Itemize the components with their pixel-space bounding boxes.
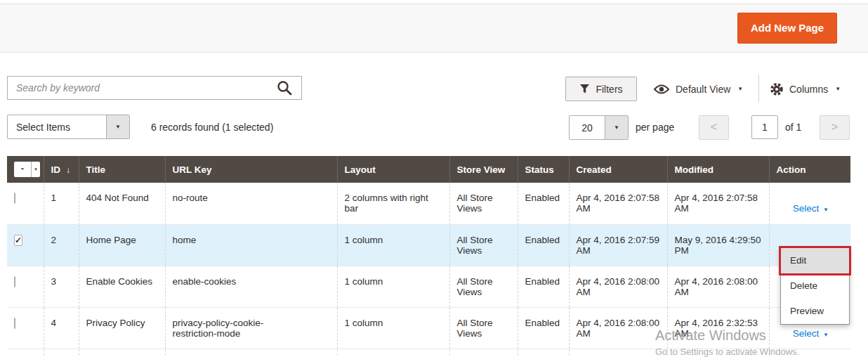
caret-down-icon: ▼ bbox=[737, 86, 743, 92]
cell-id: 3 bbox=[44, 266, 79, 307]
view-label: Default View bbox=[676, 84, 730, 95]
table-row: 3 Enable Cookies enable-cookies 1 column… bbox=[7, 266, 850, 307]
current-page-input[interactable] bbox=[751, 115, 778, 139]
table-header-row: - ▼ ID↓ Title URL Key Layout Store View … bbox=[7, 156, 850, 183]
table-row: 1 404 Not Found no-route 2 columns with … bbox=[7, 183, 850, 224]
empty-cell bbox=[337, 349, 449, 357]
cell-modified: May 9, 2016 4:29:50 PM bbox=[667, 224, 769, 266]
cell-url-key: privacy-policy-cookie- restriction-mode bbox=[165, 307, 337, 349]
caret-down-icon[interactable]: ▼ bbox=[31, 162, 40, 177]
row-select-cell: ✓ bbox=[7, 224, 44, 266]
cell-id: 4 bbox=[44, 307, 79, 349]
cell-action: Select ▼ bbox=[769, 183, 850, 224]
column-header-status[interactable]: Status bbox=[518, 156, 569, 183]
empty-cell bbox=[7, 349, 44, 357]
caret-down-icon: ▼ bbox=[823, 332, 829, 338]
caret-down-icon[interactable]: ▼ bbox=[106, 115, 129, 138]
empty-cell bbox=[44, 349, 79, 357]
cell-url-key: no-route bbox=[165, 183, 337, 224]
cell-store-view: All Store Views bbox=[449, 266, 518, 307]
page-count-label: of 1 bbox=[785, 122, 801, 133]
row-checkbox[interactable] bbox=[14, 276, 15, 287]
cell-store-view: All Store Views bbox=[449, 307, 518, 349]
cell-title: 404 Not Found bbox=[79, 183, 165, 224]
column-header-layout[interactable]: Layout bbox=[337, 156, 449, 183]
row-checkbox[interactable] bbox=[14, 193, 15, 204]
column-header-store-view[interactable]: Store View bbox=[449, 156, 518, 183]
row-select-action-link[interactable]: Select ▼ bbox=[793, 328, 829, 339]
select-label: Select bbox=[793, 203, 820, 214]
column-header-id[interactable]: ID↓ bbox=[44, 156, 79, 183]
add-new-page-button[interactable]: Add New Page bbox=[737, 13, 837, 44]
column-header-modified[interactable]: Modified bbox=[667, 156, 769, 183]
filters-button[interactable]: Filters bbox=[565, 77, 637, 101]
table-row-partial bbox=[7, 349, 850, 357]
menu-item-edit[interactable]: Edit bbox=[781, 248, 849, 273]
row-checkbox-checked[interactable]: ✓ bbox=[14, 235, 22, 246]
menu-item-delete[interactable]: Delete bbox=[781, 273, 849, 299]
cell-created: Apr 4, 2016 2:07:58 AM bbox=[569, 183, 667, 224]
cell-id: 1 bbox=[44, 183, 79, 224]
cell-status: Enabled bbox=[518, 224, 569, 266]
select-label: Select bbox=[793, 328, 820, 339]
empty-cell bbox=[165, 349, 337, 357]
cell-created: Apr 4, 2016 2:07:59 AM bbox=[569, 224, 667, 266]
row-checkbox[interactable] bbox=[14, 318, 15, 329]
empty-cell bbox=[667, 349, 769, 357]
funnel-icon bbox=[579, 84, 590, 94]
default-view-control[interactable]: Default View ▼ bbox=[653, 77, 743, 101]
cell-url-key: enable-cookies bbox=[165, 266, 337, 307]
cell-created: Apr 4, 2016 2:08:00 AM bbox=[569, 266, 667, 307]
sort-descending-icon: ↓ bbox=[66, 165, 70, 175]
row-select-action-link[interactable]: Select ▼ bbox=[793, 203, 829, 214]
caret-down-icon[interactable]: ▼ bbox=[605, 116, 628, 139]
search-icon[interactable] bbox=[277, 80, 292, 96]
empty-cell bbox=[518, 349, 569, 357]
row-select-cell bbox=[7, 266, 44, 307]
id-header-label: ID bbox=[51, 164, 61, 175]
mass-action-label: Select Items bbox=[8, 115, 106, 138]
cell-id: 2 bbox=[44, 224, 79, 266]
cell-layout: 1 column bbox=[337, 266, 449, 307]
previous-page-button[interactable]: < bbox=[699, 115, 729, 140]
search-input[interactable] bbox=[7, 76, 302, 100]
columns-control[interactable]: Columns ▼ bbox=[770, 77, 841, 101]
cell-status: Enabled bbox=[518, 183, 569, 224]
menu-item-preview[interactable]: Preview bbox=[781, 299, 849, 324]
filters-label: Filters bbox=[596, 84, 622, 95]
empty-cell bbox=[569, 349, 667, 357]
row-select-cell bbox=[7, 183, 44, 224]
cell-layout: 1 column bbox=[337, 307, 449, 349]
column-header-created[interactable]: Created bbox=[569, 156, 667, 183]
next-page-button[interactable]: > bbox=[820, 115, 850, 140]
cell-title: Enable Cookies bbox=[79, 266, 165, 307]
column-header-url-key[interactable]: URL Key bbox=[165, 156, 337, 183]
empty-cell bbox=[79, 349, 165, 357]
caret-down-icon: ▼ bbox=[823, 207, 829, 213]
cell-title: Home Page bbox=[79, 224, 165, 266]
cell-modified: Apr 4, 2016 2:07:58 AM bbox=[667, 183, 769, 224]
column-header-title[interactable]: Title bbox=[79, 156, 165, 183]
empty-cell bbox=[769, 349, 850, 357]
records-summary: 6 records found (1 selected) bbox=[151, 122, 273, 133]
per-page-value: 20 bbox=[570, 116, 605, 139]
table-row: 4 Privacy Policy privacy-policy-cookie- … bbox=[7, 307, 850, 349]
select-all-header: - ▼ bbox=[7, 156, 44, 183]
select-all-dropdown[interactable]: - ▼ bbox=[14, 162, 40, 177]
cell-url-key: home bbox=[165, 224, 337, 266]
cell-modified: Apr 4, 2016 2:32:53 AM bbox=[667, 307, 769, 349]
per-page-select[interactable]: 20 ▼ bbox=[569, 115, 629, 140]
cms-pages-grid-page: Add New Page Filters Default View ▼ Colu… bbox=[0, 0, 868, 357]
row-select-cell bbox=[7, 307, 44, 349]
gear-icon bbox=[770, 82, 784, 96]
indeterminate-checkbox[interactable]: - bbox=[14, 162, 31, 177]
control-divider bbox=[758, 74, 759, 103]
cell-store-view: All Store Views bbox=[449, 224, 518, 266]
cms-pages-table: - ▼ ID↓ Title URL Key Layout Store View … bbox=[7, 156, 850, 357]
cell-store-view: All Store Views bbox=[449, 183, 518, 224]
cell-modified: Apr 4, 2016 2:08:00 AM bbox=[667, 266, 769, 307]
mass-action-select[interactable]: Select Items ▼ bbox=[7, 115, 130, 139]
column-header-action: Action bbox=[769, 156, 850, 183]
per-page-label: per page bbox=[636, 122, 674, 133]
select-action-dropdown: Edit Delete Preview bbox=[780, 247, 850, 325]
